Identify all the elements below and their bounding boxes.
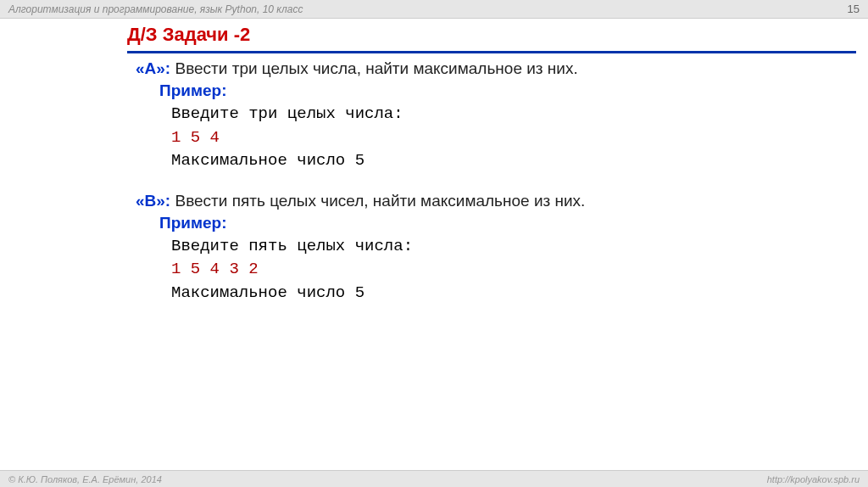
slide-header: Алгоритмизация и программирование, язык … — [0, 0, 868, 19]
task-a-example-label: Пример: — [159, 81, 729, 100]
subject-title: Алгоритмизация и программирование, язык … — [8, 0, 303, 18]
title-row: Д/З Задачи -2 — [127, 24, 856, 53]
code-line: 1 5 4 — [171, 126, 729, 150]
code-line: Введите пять целых числа: — [171, 235, 729, 259]
code-line: Введите три целых числа: — [171, 103, 729, 126]
slide-title: Д/З Задачи -2 — [127, 24, 856, 46]
footer-url: http://kpolyakov.spb.ru — [767, 471, 860, 487]
task-b: «B»: Ввести пять целых чисел, найти макс… — [136, 192, 729, 305]
task-b-statement: «B»: Ввести пять целых чисел, найти макс… — [136, 192, 729, 210]
task-a-code: Введите три целых числа: 1 5 4 Максималь… — [171, 103, 729, 173]
task-a-tag: «A»: — [136, 59, 170, 77]
code-line: Максимальное число 5 — [171, 282, 729, 305]
task-b-code: Введите пять целых числа: 1 5 4 3 2 Макс… — [171, 235, 729, 305]
task-a: «A»: Ввести три целых числа, найти макси… — [136, 59, 729, 173]
code-line: 1 5 4 3 2 — [171, 258, 729, 282]
slide-footer: © К.Ю. Поляков, Е.А. Ерёмин, 2014 http:/… — [0, 470, 868, 487]
copyright-text: © К.Ю. Поляков, Е.А. Ерёмин, 2014 — [8, 471, 162, 487]
task-a-desc: Ввести три целых числа, найти максимальн… — [170, 59, 578, 77]
page-number: 15 — [848, 0, 860, 18]
task-b-tag: «B»: — [136, 192, 170, 210]
task-b-desc: Ввести пять целых чисел, найти максималь… — [170, 192, 585, 210]
content-area: «A»: Ввести три целых числа, найти макси… — [136, 59, 729, 323]
task-b-example-label: Пример: — [159, 214, 729, 232]
code-line: Максимальное число 5 — [171, 149, 729, 173]
task-a-statement: «A»: Ввести три целых числа, найти макси… — [136, 59, 729, 78]
